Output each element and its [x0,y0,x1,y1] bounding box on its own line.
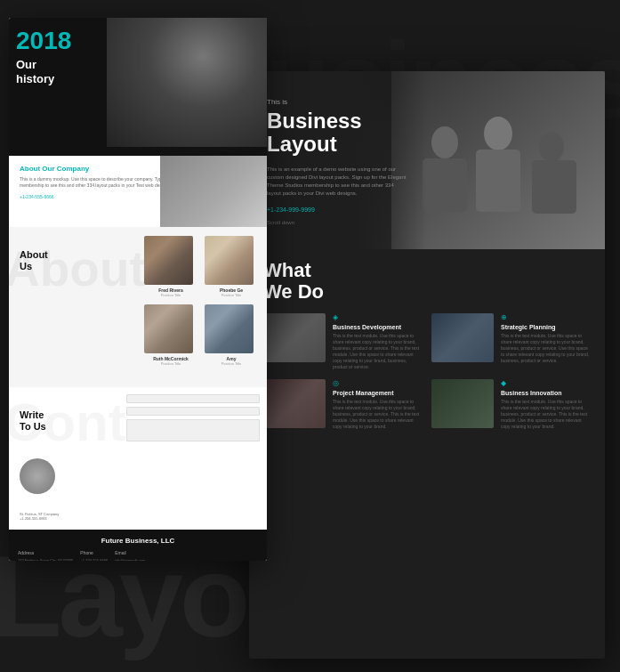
write-to-us-title: WriteTo Us [20,409,46,433]
service-item-2: ⊕ Strategic Planning This is the text mo… [431,313,591,370]
scene: Business Layo 2018 Ourhistory About Our … [0,0,620,672]
contact-phone-2: +1-234-555-6666 [20,516,59,521]
rm-subtitle: This is an example of a demo website usi… [267,166,409,198]
team-photo-1 [144,236,193,285]
service-text-3: This is the text module. Use this space … [333,399,423,430]
footer-col-text-email: info@example.com [115,558,145,561]
svg-point-2 [431,126,458,158]
footer-section: Future Business, LLC Address 123 Fictiti… [9,530,267,561]
footer-col-title-address: Address [18,550,73,555]
form-name-field [126,394,260,403]
about-us-title: AboutUs [20,249,48,272]
team-photo-2 [205,236,254,285]
our-history-text: Ourhistory [16,58,54,85]
service-item-4: ◆ Business Innovation This is the text m… [431,379,591,430]
service-title-4: Business Innovation [501,390,591,396]
service-content-2: ⊕ Strategic Planning This is the text mo… [501,313,591,364]
service-photo-4 [431,379,494,428]
service-icon-2: ⊕ [501,313,591,321]
rm-title-line2: Layout [267,132,337,156]
history-photo [107,18,267,147]
team-grid: Fred Rivera Position Title Phoebe Ge Pos… [144,236,258,366]
service-title-3: Project Management [333,390,423,396]
team-role-4: Position Title [205,361,258,366]
footer-col-email: Email info@example.com [115,550,145,561]
service-item-3: ◎ Project Management This is the text mo… [263,379,423,430]
about-photo-right [160,156,267,227]
service-icon-3: ◎ [333,379,423,387]
rm-hero-content: This is Business Layout This is an examp… [267,98,409,225]
team-photo-4 [205,304,254,353]
about-company-section: About Our Company This is a dummy mockup… [9,156,267,227]
rm-what-we-do-section: What We Do ◈ Business Development This i… [249,249,605,441]
footer-col-phone: Phone +1-234-555-6666 [80,550,108,561]
team-member-3: Ruth McCormick Position Title [144,304,197,366]
rm-hero-section: This is Business Layout This is an examp… [249,71,605,249]
team-role-2: Position Title [205,293,258,297]
history-section: 2018 Ourhistory [9,18,267,156]
rm-phone: +1-234-999-9999 [267,206,409,213]
left-mockup: 2018 Ourhistory About Our Company This i… [9,18,267,561]
service-title-1: Business Development [333,324,423,330]
service-photo-2 [431,313,494,362]
contact-avatar [20,458,55,494]
svg-rect-7 [532,160,576,214]
service-item-1: ◈ Business Development This is the text … [263,313,423,370]
form-message-field [126,419,260,441]
svg-point-4 [539,132,564,162]
rm-this-is-label: This is [267,98,409,106]
history-photo-inner [107,18,267,147]
footer-columns: Address 123 Fictitious Some City, ST 000… [18,550,258,561]
year-label: 2018 [16,27,71,55]
rm-services-grid: ◈ Business Development This is the text … [263,313,591,430]
service-text-2: This is the text module. Use this space … [501,333,591,364]
team-member-2: Phoebe Ge Position Title [205,236,258,297]
service-text-4: This is the text module. Use this space … [501,399,591,430]
svg-rect-5 [423,158,467,212]
form-email-field [126,407,260,416]
team-role-1: Position Title [144,293,197,297]
footer-col-address: Address 123 Fictitious Some City, ST 000… [18,550,73,561]
service-content-1: ◈ Business Development This is the text … [333,313,423,370]
footer-col-title-email: Email [115,550,145,555]
contact-form [126,394,260,445]
service-text-1: This is the text module. Use this space … [333,333,423,370]
service-title-2: Strategic Planning [501,324,591,330]
service-content-3: ◎ Project Management This is the text mo… [333,379,423,430]
footer-col-text-phone: +1-234-555-6666 [80,558,108,561]
service-content-4: ◆ Business Innovation This is the text m… [501,379,591,430]
rm-main-title: Business Layout [267,109,409,157]
contact-info: St. Fictitus, ST Company +1-234-555-6666 [20,512,59,521]
service-photo-3 [263,379,326,428]
our-history-block: Ourhistory [16,58,54,85]
svg-rect-6 [476,150,520,212]
rm-scroll-text: Scroll down [267,220,409,225]
svg-point-3 [484,117,512,150]
service-icon-4: ◆ [501,379,591,387]
rm-what-title: What We Do [263,260,591,303]
team-photo-3 [144,304,193,353]
team-role-3: Position Title [144,361,197,366]
right-mockup: This is Business Layout This is an examp… [249,71,605,659]
contact-section: Cont WriteTo Us St. Fictitus, ST Company… [9,387,267,530]
team-member-4: Amy Position Title [205,304,258,366]
rm-what-line2: We Do [263,280,324,303]
service-icon-1: ◈ [333,313,423,321]
service-photo-1 [263,313,326,362]
footer-col-title-phone: Phone [80,550,108,555]
rm-what-line1: What [263,259,311,281]
footer-company-name: Future Business, LLC [18,537,258,545]
about-us-section: About AboutUs Fred Rivera Position Title… [9,227,267,387]
footer-col-text-address: 123 Fictitious Some City, ST 00000 [18,558,73,561]
team-member-1: Fred Rivera Position Title [144,236,197,297]
rm-title-line1: Business [267,109,362,133]
